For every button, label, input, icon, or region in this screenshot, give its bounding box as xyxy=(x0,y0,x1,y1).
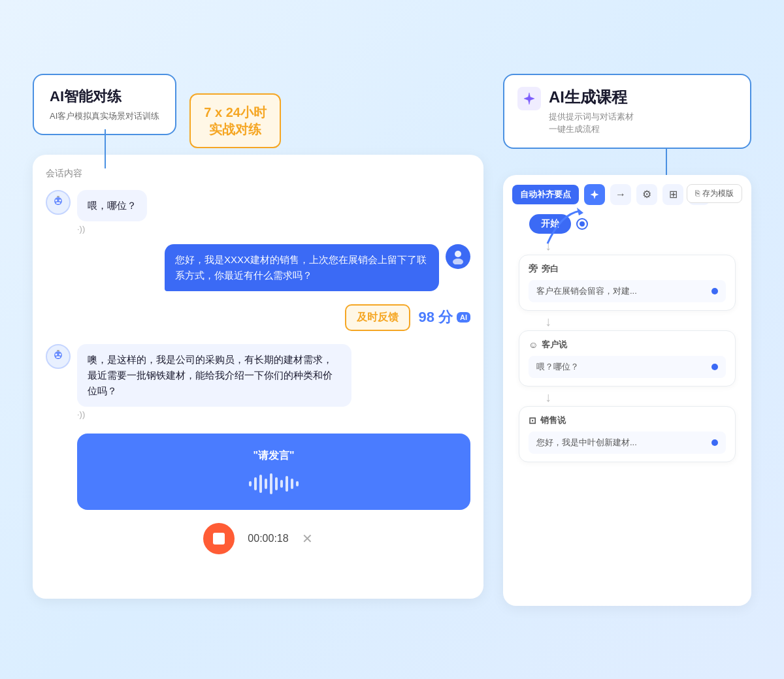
flow-node-2-header: ☺ 客户说 xyxy=(529,339,726,351)
chat-label: 会话内容 xyxy=(46,168,470,180)
bubble-text-ai-1: 喂，哪位？ xyxy=(77,190,147,221)
bubble-text-ai-2: 噢，是这样的，我是公司的采购员，有长期的建材需求，最近需要一批钢铁建材，能给我介… xyxy=(77,344,351,407)
wave-bar-4 xyxy=(265,479,267,489)
wave-bar-7 xyxy=(280,480,283,488)
svg-point-1 xyxy=(56,199,57,201)
avatar-ai-2 xyxy=(46,344,71,369)
score-badge: 98 分 AI xyxy=(418,308,470,327)
wave-bar-5 xyxy=(270,473,272,494)
timer-display: 00:00:18 xyxy=(248,533,288,545)
ai-gen-subtitle: 提供提示词与对话素材 一键生成流程 xyxy=(549,110,634,136)
svg-rect-3 xyxy=(56,202,60,204)
flow-node-3-icon: ⊡ xyxy=(529,415,536,426)
flow-node-1-body: 客户在展销会留容，对建... xyxy=(529,280,726,302)
ai-gen-title: AI生成课程 xyxy=(549,87,634,108)
flow-node-3-header: ⊡ 销售说 xyxy=(529,415,726,426)
flow-node-2-type: 客户说 xyxy=(542,339,567,351)
flow-node-2-text: 喂？哪位？ xyxy=(536,361,579,373)
flow-node-3-body: 您好，我是中叶创新建材... xyxy=(529,432,726,454)
save-template-button[interactable]: ⎘ 存为模版 xyxy=(687,184,742,203)
flow-node-3-text: 您好，我是中叶创新建材... xyxy=(536,437,637,449)
settings-button[interactable]: ⚙ xyxy=(636,184,657,205)
flow-node-2-dot xyxy=(711,364,718,370)
ai-tag: AI xyxy=(457,312,470,323)
flow-panel: 自动补齐要点 → ⚙ ⊞ ▷ ⎘ 存为模版 xyxy=(503,175,751,606)
stop-icon xyxy=(213,533,225,545)
right-panel: AI生成课程 提供提示词与对话素材 一键生成流程 自动补齐要点 → xyxy=(503,74,751,606)
svg-rect-4 xyxy=(57,197,59,198)
arrow-pointer xyxy=(541,208,587,249)
bubble-ai-2-wrapper: 噢，是这样的，我是公司的采购员，有长期的建材需求，最近需要一批钢铁建材，能给我介… xyxy=(77,344,351,419)
chat-messages: 喂，哪位？ ·)) 您好，我是XXXX建材的销售，上次您在展销会上留下了联系方式… xyxy=(46,190,470,557)
feedback-badge: 及时反馈 xyxy=(345,304,410,331)
flow-node-3-type: 销售说 xyxy=(540,415,566,426)
flow-toolbar: 自动补齐要点 → ⚙ ⊞ ▷ ⎘ 存为模版 xyxy=(512,184,742,205)
ai-gen-text: AI生成课程 提供提示词与对话素材 一键生成流程 xyxy=(549,87,634,136)
record-controls: 00:00:18 ✕ xyxy=(46,523,470,557)
ai-practice-subtitle: AI客户模拟真实场景对话训练 xyxy=(50,110,159,122)
sparkle-icon xyxy=(517,87,541,110)
import-button[interactable]: → xyxy=(610,184,631,205)
ai-practice-title: AI智能对练 xyxy=(50,87,159,106)
waveform xyxy=(90,473,457,494)
wave-bar-1 xyxy=(249,481,252,486)
score-value: 98 分 xyxy=(418,308,453,327)
flow-node-2-icon: ☺ xyxy=(529,340,538,350)
voice-prompt: "请发言" xyxy=(90,449,457,463)
flow-node-3[interactable]: ⊡ 销售说 您好，我是中叶创新建材... xyxy=(519,406,736,462)
close-button[interactable]: ✕ xyxy=(302,531,313,546)
record-stop-button[interactable] xyxy=(203,523,235,554)
sound-ai-1: ·)) xyxy=(77,224,147,234)
left-panel: AI智能对练 AI客户模拟真实场景对话训练 7 x 24小时 实战对练 会话内容 xyxy=(33,74,483,599)
svg-marker-13 xyxy=(577,208,583,215)
connector-left xyxy=(105,129,106,168)
ai-practice-card: AI智能对练 AI客户模拟真实场景对话训练 xyxy=(33,74,176,135)
247-line1: 7 x 24小时 xyxy=(204,104,267,121)
svg-point-9 xyxy=(56,353,57,355)
message-row-1: 喂，哪位？ ·)) xyxy=(46,190,470,234)
svg-point-8 xyxy=(54,351,62,359)
svg-point-10 xyxy=(59,353,61,355)
wave-bar-9 xyxy=(291,479,293,489)
sparkle-toolbar-button[interactable] xyxy=(584,184,605,205)
chat-box: 会话内容 xyxy=(33,155,483,599)
message-row-4: 噢，是这样的，我是公司的采购员，有长期的建材需求，最近需要一批钢铁建材，能给我介… xyxy=(46,344,470,419)
bubble-user: 您好，我是XXXX建材的销售，上次您在展销会上留下了联系方式，你最近有什么需求吗… xyxy=(165,244,439,291)
247-line2: 实战对练 xyxy=(204,121,267,138)
flow-node-1[interactable]: 旁 旁白 客户在展销会留容，对建... xyxy=(519,255,736,311)
svg-rect-5 xyxy=(57,196,59,197)
score-row: 及时反馈 98 分 AI xyxy=(46,304,470,331)
auto-complete-button[interactable]: 自动补齐要点 xyxy=(512,185,579,204)
svg-point-7 xyxy=(453,259,463,264)
flow-node-1-icon: 旁 xyxy=(529,263,538,275)
wave-bar-6 xyxy=(275,477,278,490)
save-icon: ⎘ xyxy=(695,189,700,198)
flow-node-1-header: 旁 旁白 xyxy=(529,263,726,275)
wave-bar-3 xyxy=(259,475,262,493)
bubble-ai-1: 喂，哪位？ ·)) xyxy=(77,190,147,234)
message-row-2: 您好，我是XXXX建材的销售，上次您在展销会上留下了联系方式，你最近有什么需求吗… xyxy=(46,244,470,291)
flow-node-1-type: 旁白 xyxy=(542,263,559,275)
247-badge: 7 x 24小时 实战对练 xyxy=(189,93,281,148)
svg-point-2 xyxy=(59,199,61,201)
voice-input-area: "请发言" xyxy=(46,434,470,557)
flow-node-1-dot xyxy=(711,288,718,294)
top-cards: AI智能对练 AI客户模拟真实场景对话训练 7 x 24小时 实战对练 xyxy=(33,74,483,148)
flow-content: 开始 ↓ 旁 旁白 客户在展销会留容，对建... xyxy=(512,214,742,466)
wave-bar-2 xyxy=(254,477,257,490)
ai-gen-card: AI生成课程 提供提示词与对话素材 一键生成流程 xyxy=(503,74,751,149)
flow-node-2[interactable]: ☺ 客户说 喂？哪位？ xyxy=(519,330,736,387)
avatar-ai-1 xyxy=(46,190,71,215)
avatar-user xyxy=(446,244,470,269)
connector-right xyxy=(666,149,667,175)
grid-button[interactable]: ⊞ xyxy=(662,184,683,205)
flow-node-3-dot xyxy=(711,439,718,446)
main-container: AI智能对练 AI客户模拟真实场景对话训练 7 x 24小时 实战对练 会话内容 xyxy=(33,61,751,619)
flow-arrow-2: ↓ xyxy=(545,315,736,328)
flow-node-1-text: 客户在展销会留容，对建... xyxy=(536,285,637,297)
svg-rect-12 xyxy=(57,350,59,351)
voice-bubble: "请发言" xyxy=(77,434,470,510)
flow-arrow-3: ↓ xyxy=(545,390,736,403)
svg-rect-11 xyxy=(56,356,60,358)
wave-bar-10 xyxy=(296,481,299,486)
